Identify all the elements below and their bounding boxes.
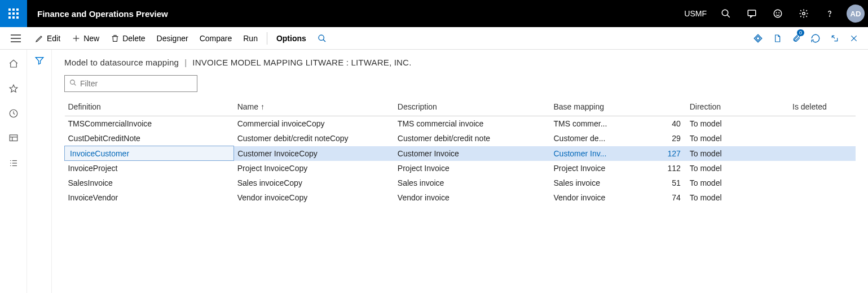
modules-icon <box>8 158 19 168</box>
feedback-button[interactable] <box>765 0 790 27</box>
help-icon <box>825 8 835 19</box>
breadcrumb-root: Model to datasource mapping <box>64 58 179 67</box>
new-button[interactable]: New <box>66 27 105 50</box>
search-action-button[interactable] <box>312 27 332 50</box>
svg-rect-1 <box>12 8 15 11</box>
refresh-icon <box>810 33 821 43</box>
col-base-mapping[interactable]: Base mapping <box>550 99 686 116</box>
edit-button[interactable]: Edit <box>29 27 66 50</box>
refresh-tool-button[interactable] <box>806 27 825 50</box>
svg-line-37 <box>74 84 76 85</box>
cell-is-deleted <box>789 190 856 205</box>
delete-button[interactable]: Delete <box>105 27 151 50</box>
plus-icon <box>72 34 81 43</box>
cell-name: Project InvoiceCopy <box>234 161 394 176</box>
table-row[interactable]: InvoiceCustomerCustomer InvoiceCopyCusto… <box>65 146 856 161</box>
chat-icon <box>747 8 757 19</box>
cell-is-deleted <box>789 116 856 132</box>
page-tool-button[interactable] <box>768 27 787 50</box>
smiley-icon <box>773 8 783 19</box>
table-row[interactable]: CustDebitCreditNoteCustomer debit/credit… <box>65 131 856 146</box>
close-tool-button[interactable] <box>844 27 863 50</box>
waffle-icon <box>8 8 19 19</box>
filter-rail <box>27 50 52 293</box>
search-icon <box>721 8 731 19</box>
settings-button[interactable] <box>791 0 816 27</box>
table-row[interactable]: SalesInvoiceSales invoiceCopySales invoi… <box>65 176 856 190</box>
nav-recent-button[interactable] <box>0 104 27 123</box>
designer-label: Designer <box>157 34 188 43</box>
cell-description: Customer Invoice <box>394 146 550 161</box>
col-is-deleted[interactable]: Is deleted <box>789 99 856 116</box>
cell-definition[interactable]: TMSCommercialInvoice <box>65 116 234 132</box>
cell-direction: To model <box>686 161 789 176</box>
grid-filter-box[interactable] <box>64 75 197 92</box>
clock-icon <box>8 108 19 119</box>
trash-icon <box>111 34 120 43</box>
edit-label: Edit <box>47 34 60 43</box>
compare-button[interactable]: Compare <box>194 27 238 50</box>
nav-rail <box>0 50 27 293</box>
designer-button[interactable]: Designer <box>151 27 194 50</box>
app-header: Finance and Operations Preview USMF AD <box>0 0 868 27</box>
svg-rect-6 <box>8 16 11 19</box>
popout-icon <box>830 34 839 43</box>
company-code[interactable]: USMF <box>678 9 712 18</box>
nav-home-button[interactable] <box>0 54 27 73</box>
cell-direction: To model <box>686 176 789 190</box>
cell-base-count: 74 <box>629 190 686 205</box>
help-button[interactable] <box>817 0 842 27</box>
waffle-button[interactable] <box>0 0 27 27</box>
svg-rect-2 <box>16 8 19 11</box>
options-button[interactable]: Options <box>271 27 312 50</box>
table-row[interactable]: InvoiceProjectProject InvoiceCopyProject… <box>65 161 856 176</box>
cell-definition[interactable]: InvoiceCustomer <box>65 146 234 161</box>
cell-base-count: 40 <box>629 116 686 132</box>
nav-favorites-button[interactable] <box>0 79 27 98</box>
search-icon <box>69 78 77 89</box>
attach-badge: 0 <box>797 29 804 36</box>
nav-toggle-button[interactable] <box>2 27 29 50</box>
col-description[interactable]: Description <box>394 99 550 116</box>
search-icon <box>318 34 327 43</box>
grid-filter-input[interactable] <box>80 79 192 88</box>
cell-definition[interactable]: InvoiceVendor <box>65 190 234 205</box>
table-row[interactable]: TMSCommercialInvoiceCommercial invoiceCo… <box>65 116 856 132</box>
separator <box>267 32 267 45</box>
nav-workspaces-button[interactable] <box>0 129 27 148</box>
action-bar: Edit New Delete Designer Compare Run Opt… <box>0 27 868 50</box>
breadcrumb-sep: | <box>184 58 187 67</box>
cell-direction: To model <box>686 146 789 161</box>
svg-point-9 <box>722 10 728 16</box>
options-label: Options <box>276 34 306 43</box>
cell-base-count: 127 <box>629 146 686 161</box>
cell-definition[interactable]: InvoiceProject <box>65 161 234 176</box>
diamond-icon <box>753 33 763 43</box>
col-direction[interactable]: Direction <box>686 99 789 116</box>
new-label: New <box>83 34 99 43</box>
svg-rect-5 <box>16 12 19 15</box>
svg-rect-27 <box>10 135 17 141</box>
col-name[interactable]: Name <box>234 99 394 116</box>
search-button[interactable] <box>713 0 738 27</box>
cell-definition[interactable]: SalesInvoice <box>65 176 234 190</box>
cell-base-count: 51 <box>629 176 686 190</box>
svg-point-22 <box>319 35 324 40</box>
cell-definition[interactable]: CustDebitCreditNote <box>65 131 234 146</box>
page-icon <box>773 33 782 43</box>
breadcrumb: Model to datasource mapping | INVOICE MO… <box>64 58 856 67</box>
attach-tool-button[interactable]: 0 <box>787 27 806 50</box>
avatar[interactable]: AD <box>847 5 865 23</box>
diamond-tool-button[interactable] <box>748 27 768 50</box>
cell-base-mapping: Customer Inv... <box>550 146 628 161</box>
nav-modules-button[interactable] <box>0 154 27 173</box>
filter-pane-button[interactable] <box>34 55 45 293</box>
popout-tool-button[interactable] <box>825 27 844 50</box>
cell-name: Commercial invoiceCopy <box>234 116 394 132</box>
col-definition[interactable]: Definition <box>65 99 234 116</box>
messages-button[interactable] <box>739 0 764 27</box>
run-button[interactable]: Run <box>237 27 263 50</box>
cell-base-mapping: Customer de... <box>550 131 628 146</box>
table-row[interactable]: InvoiceVendorVendor invoiceCopyVendor in… <box>65 190 856 205</box>
app-title: Finance and Operations Preview <box>27 9 178 19</box>
